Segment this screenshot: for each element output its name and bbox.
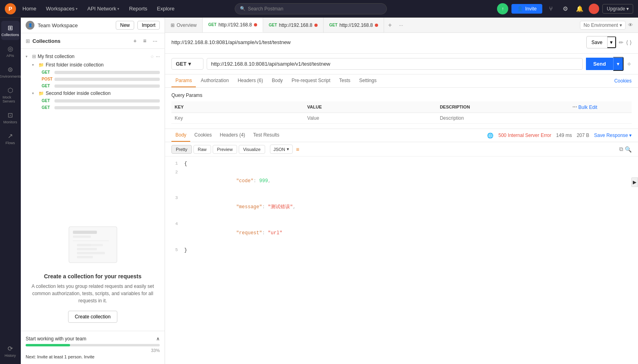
code-icon[interactable]: ⟨ ⟩ — [626, 39, 632, 46]
panel-title: Collections — [32, 38, 129, 44]
tab-params[interactable]: Params — [171, 74, 196, 87]
collections-panel: 👤 Team Workspace New Import ⊞ Collection… — [21, 18, 165, 364]
bulk-edit-button[interactable]: Bulk Edit — [578, 105, 597, 110]
search-bar[interactable]: 🔍 Search Postman — [235, 3, 387, 14]
sidebar-item-flows[interactable]: ↗ Flows — [1, 129, 20, 148]
params-table: KEY VALUE DESCRIPTION ··· Bulk Edit — [171, 101, 632, 124]
tab-overview-label: Overview — [177, 22, 197, 28]
team-sync-icon[interactable]: ↑ — [497, 3, 508, 14]
sidebar-item-apis[interactable]: ◎ APIs — [1, 42, 20, 61]
environment-eye-icon[interactable]: 👁 — [628, 22, 633, 28]
upgrade-button[interactable]: Upgrade ▾ — [602, 4, 633, 14]
sidebar-item-monitors[interactable]: ⊡ Monitors — [1, 108, 20, 127]
response-tab-cookies[interactable]: Cookies — [190, 129, 215, 142]
wrap-text-icon[interactable]: ≡ — [296, 146, 299, 153]
format-raw-button[interactable]: Raw — [193, 145, 211, 154]
key-col-header: KEY — [171, 101, 304, 113]
tab-pre-request[interactable]: Pre-request Script — [288, 74, 334, 87]
method-label-get: GET — [42, 70, 54, 74]
nav-home[interactable]: Home — [19, 4, 40, 13]
nav-workspaces[interactable]: Workspaces ▾ — [43, 4, 81, 13]
response-tab-headers[interactable]: Headers (4) — [216, 129, 249, 142]
save-response-button[interactable]: Save Response ▾ — [594, 133, 632, 138]
avatar[interactable] — [589, 4, 599, 14]
tab-request-3[interactable]: GET http://192.168.8 — [324, 18, 384, 32]
format-visualize-button[interactable]: Visualize — [239, 145, 265, 154]
tab-authorization[interactable]: Authorization — [197, 74, 233, 87]
response-tab-body[interactable]: Body — [171, 129, 190, 142]
collection-my-first[interactable]: ▾ ⊞ My first collection ☆ ··· ▾ 📁 First … — [21, 52, 165, 111]
folder-1-row[interactable]: ▾ 📁 First folder inside collection — [21, 61, 165, 69]
value-input[interactable] — [307, 115, 433, 121]
request-row[interactable]: GET — [21, 104, 165, 111]
tab-headers[interactable]: Headers (6) — [233, 74, 267, 87]
key-input[interactable] — [175, 115, 301, 121]
sidebar-item-collections[interactable]: ⊞ Collections — [1, 21, 20, 40]
notifications-icon[interactable]: 🔔 — [574, 3, 586, 14]
new-tab-button[interactable]: + — [384, 22, 396, 29]
tab-body[interactable]: Body — [268, 74, 287, 87]
tab-overview[interactable]: ⊞ Overview — [165, 18, 203, 32]
search-response-icon[interactable]: 🔍 — [625, 146, 632, 153]
tab-request-2[interactable]: GET http://192.168.8 — [263, 18, 324, 32]
tab-request-1[interactable]: GET http://192.168.8 — [203, 18, 263, 32]
request-line — [54, 84, 160, 88]
tabs-more-button[interactable]: ··· — [396, 22, 406, 28]
new-button[interactable]: New — [116, 21, 134, 30]
folder-2-row[interactable]: ▾ 📁 Second folder inside collection — [21, 89, 165, 97]
filter-icon[interactable]: ≡ — [141, 36, 149, 45]
settings-icon[interactable]: ⚙ — [560, 3, 571, 14]
fork-icon[interactable]: ⑂ — [545, 3, 557, 14]
send-button[interactable]: Send — [586, 58, 613, 70]
save-main-button[interactable]: Save — [587, 38, 607, 47]
format-type-selector[interactable]: JSON ▾ — [270, 145, 293, 154]
beautify-icon[interactable]: ✧ — [627, 61, 632, 67]
tab-settings[interactable]: Settings — [355, 74, 380, 87]
request-row[interactable]: POST — [21, 76, 165, 82]
request-row[interactable]: GET — [21, 69, 165, 76]
params-more-icon[interactable]: ··· — [572, 104, 577, 110]
collection-options-icon[interactable]: ··· — [156, 54, 160, 59]
query-params-title: Query Params — [171, 93, 632, 98]
workspace-header: 👤 Team Workspace New Import — [21, 18, 165, 33]
url-input[interactable] — [207, 58, 583, 70]
format-preview-button[interactable]: Preview — [213, 145, 237, 154]
method-selector[interactable]: GET ▾ — [171, 58, 203, 70]
edit-icon[interactable]: ✏ — [619, 39, 624, 46]
sidebar-item-history[interactable]: ⟳ History — [1, 342, 20, 361]
collection-star-icon[interactable]: ☆ — [150, 54, 154, 59]
import-button[interactable]: Import — [137, 21, 160, 30]
request-row[interactable]: GET — [21, 82, 165, 89]
sidebar-item-mock-servers[interactable]: ⬡ Mock Servers — [1, 83, 20, 107]
upgrade-chevron-icon: ▾ — [626, 6, 629, 12]
invite-button[interactable]: 👤 Invite — [511, 4, 542, 14]
folder-icon: 📁 — [38, 62, 44, 68]
nav-api-network[interactable]: API Network ▾ — [84, 4, 123, 13]
response-tab-test-results[interactable]: Test Results — [249, 129, 283, 142]
method-label-post: POST — [42, 77, 54, 81]
nav-explore[interactable]: Explore — [154, 4, 178, 13]
right-side-icons: ✧ — [627, 61, 632, 67]
format-type-value: JSON — [274, 147, 285, 152]
description-input[interactable] — [440, 115, 566, 121]
top-nav: P Home Workspaces ▾ API Network ▾ Report… — [0, 0, 638, 18]
bottom-progress-panel: Start working with your team ∧ 33% Next:… — [21, 331, 165, 364]
create-collection-button[interactable]: Create collection — [68, 311, 117, 323]
tab-tests[interactable]: Tests — [335, 74, 354, 87]
tabs-bar: ⊞ Overview GET http://192.168.8 GET http… — [165, 18, 638, 33]
collection-header-row[interactable]: ▾ ⊞ My first collection ☆ ··· — [21, 52, 165, 61]
tab-url-1: http://192.168.8 — [219, 22, 252, 28]
format-pretty-button[interactable]: Pretty — [171, 145, 192, 154]
copy-response-icon[interactable]: ⧉ — [619, 146, 623, 153]
send-dropdown-button[interactable]: ▾ — [613, 57, 624, 71]
svg-rect-7 — [77, 252, 105, 254]
environment-selector[interactable]: No Environment ▾ — [580, 21, 626, 30]
save-dropdown-button[interactable]: ▾ — [607, 36, 616, 48]
progress-collapse-icon[interactable]: ∧ — [156, 336, 160, 342]
request-row[interactable]: GET — [21, 97, 165, 104]
sidebar-item-environments[interactable]: ⊜ Environments — [1, 62, 20, 82]
cookies-link[interactable]: Cookies — [614, 78, 632, 84]
panel-more-button[interactable]: ··· — [150, 36, 160, 45]
add-collection-button[interactable]: + — [131, 36, 139, 45]
nav-reports[interactable]: Reports — [126, 4, 151, 13]
